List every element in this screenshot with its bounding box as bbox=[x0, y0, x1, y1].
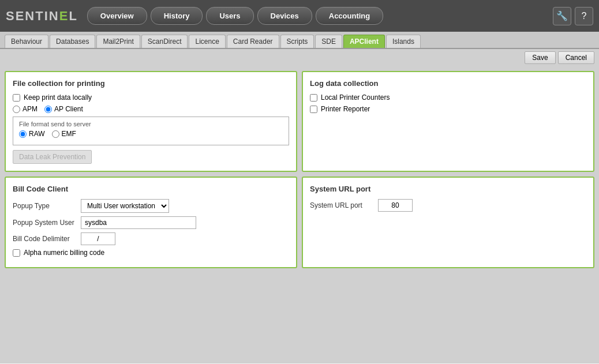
system-url-port-input[interactable] bbox=[378, 199, 413, 212]
tab-bar: Behaviour Databases Mail2Print ScanDirec… bbox=[0, 32, 599, 49]
raw-radio-item[interactable]: RAW bbox=[19, 130, 45, 138]
raw-radio[interactable] bbox=[19, 130, 27, 138]
keep-print-checkbox[interactable] bbox=[13, 94, 20, 102]
printer-reporter-checkbox[interactable] bbox=[310, 106, 317, 113]
tab-licence[interactable]: Licence bbox=[189, 35, 225, 48]
nav-users[interactable]: Users bbox=[206, 7, 253, 25]
action-bar: Save Cancel bbox=[0, 49, 599, 66]
tools-icon[interactable]: 🔧 bbox=[553, 7, 571, 25]
local-printer-checkbox[interactable] bbox=[310, 94, 317, 102]
bottom-panel-row: Bill Code Client Popup Type Multi User w… bbox=[5, 177, 594, 268]
help-icon[interactable]: ? bbox=[575, 7, 593, 25]
local-printer-label: Local Printer Counters bbox=[321, 93, 390, 102]
file-collection-panel: File collection for printing Keep print … bbox=[5, 71, 297, 172]
tab-databases[interactable]: Databases bbox=[50, 35, 95, 48]
top-panel-row: File collection for printing Keep print … bbox=[5, 71, 594, 172]
popup-type-row: Popup Type Multi User workstation bbox=[13, 199, 289, 213]
bill-code-delimiter-row: Bill Code Delimiter bbox=[13, 232, 289, 245]
printer-reporter-label: Printer Reporter bbox=[321, 105, 370, 113]
bill-code-delimiter-input[interactable] bbox=[81, 232, 115, 245]
system-url-port-row: System URL port bbox=[310, 199, 586, 212]
apm-radio[interactable] bbox=[13, 106, 20, 113]
tab-cardreader[interactable]: Card Reader bbox=[227, 35, 279, 48]
bill-code-panel: Bill Code Client Popup Type Multi User w… bbox=[5, 177, 297, 268]
tab-scandirect[interactable]: ScanDirect bbox=[141, 35, 188, 48]
cancel-button[interactable]: Cancel bbox=[558, 51, 594, 64]
alpha-numeric-checkbox[interactable] bbox=[13, 249, 20, 257]
apclient-radio-item[interactable]: AP Client bbox=[44, 105, 83, 113]
system-url-port-label: System URL port bbox=[310, 201, 373, 209]
printer-reporter-checkbox-row[interactable]: Printer Reporter bbox=[310, 105, 586, 113]
nav-devices[interactable]: Devices bbox=[257, 7, 312, 25]
log-data-panel: Log data collection Local Printer Counte… bbox=[302, 71, 594, 172]
nav-overview[interactable]: Overview bbox=[87, 7, 147, 25]
popup-type-label: Popup Type bbox=[13, 202, 76, 210]
file-collection-title: File collection for printing bbox=[13, 79, 289, 88]
local-printer-checkbox-row[interactable]: Local Printer Counters bbox=[310, 93, 586, 102]
tab-mail2print[interactable]: Mail2Print bbox=[96, 35, 140, 48]
tab-sde[interactable]: SDE bbox=[315, 35, 342, 48]
popup-system-user-row: Popup System User bbox=[13, 216, 289, 229]
popup-type-select[interactable]: Multi User workstation bbox=[81, 199, 169, 213]
bill-code-delimiter-label: Bill Code Delimiter bbox=[13, 235, 76, 243]
tab-islands[interactable]: Islands bbox=[386, 35, 421, 48]
system-url-title: System URL port bbox=[310, 185, 586, 193]
data-leak-button: Data Leak Prevention bbox=[13, 150, 92, 164]
top-nav-bar: SENTINEL Overview History Users Devices … bbox=[0, 0, 599, 32]
alpha-numeric-checkbox-row[interactable]: Alpha numeric billing code bbox=[13, 249, 289, 257]
tab-scripts[interactable]: Scripts bbox=[280, 35, 315, 48]
file-format-box: File format send to server RAW EMF bbox=[13, 117, 289, 145]
raw-label: RAW bbox=[29, 130, 45, 138]
apm-apclient-group: APM AP Client bbox=[13, 105, 289, 113]
keep-print-checkbox-row[interactable]: Keep print data locally bbox=[13, 93, 289, 102]
apclient-radio[interactable] bbox=[44, 106, 52, 113]
popup-system-user-input[interactable] bbox=[81, 216, 196, 229]
file-format-title: File format send to server bbox=[19, 121, 283, 127]
app-logo: SENTINEL bbox=[6, 9, 78, 24]
save-button[interactable]: Save bbox=[525, 51, 555, 64]
keep-print-label: Keep print data locally bbox=[24, 93, 92, 102]
apm-radio-item[interactable]: APM bbox=[13, 105, 38, 113]
apclient-label: AP Client bbox=[54, 105, 83, 113]
apm-label: APM bbox=[23, 105, 38, 113]
emf-radio[interactable] bbox=[52, 130, 59, 138]
tab-behaviour[interactable]: Behaviour bbox=[5, 35, 48, 48]
log-data-title: Log data collection bbox=[310, 79, 586, 88]
bill-code-title: Bill Code Client bbox=[13, 185, 289, 193]
nav-accounting[interactable]: Accounting bbox=[316, 7, 384, 25]
nav-history[interactable]: History bbox=[151, 7, 203, 25]
alpha-numeric-label: Alpha numeric billing code bbox=[24, 249, 104, 257]
main-content: File collection for printing Keep print … bbox=[0, 66, 599, 363]
emf-radio-item[interactable]: EMF bbox=[52, 130, 76, 138]
tab-apclient[interactable]: APClient bbox=[343, 35, 385, 48]
system-url-panel: System URL port System URL port bbox=[302, 177, 594, 268]
raw-emf-group: RAW EMF bbox=[19, 130, 283, 138]
popup-system-user-label: Popup System User bbox=[13, 219, 76, 227]
emf-label: EMF bbox=[62, 130, 76, 138]
